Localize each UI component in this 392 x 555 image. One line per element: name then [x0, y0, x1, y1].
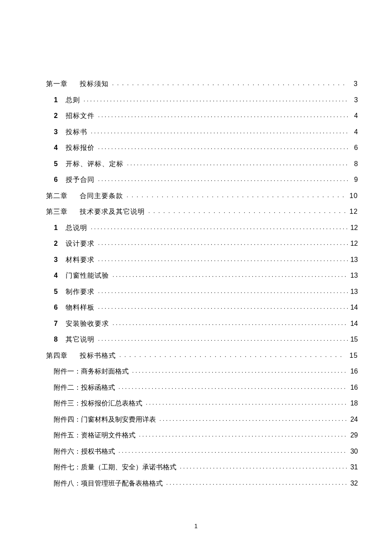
toc-title: 总则 [66, 97, 80, 104]
toc-leader [98, 175, 348, 182]
toc-leader [98, 335, 348, 342]
toc-entry: 第二章合同主要条款10 [46, 191, 358, 199]
toc-page: 13 [349, 272, 358, 279]
toc-title: 合同主要条款 [80, 193, 123, 199]
toc-page: 31 [349, 464, 358, 471]
toc-title: 开标、评标、定标 [66, 161, 124, 167]
toc-leader [146, 399, 348, 405]
toc-number: 1 [46, 97, 66, 104]
toc-leader [98, 239, 348, 246]
toc-page: 10 [349, 193, 358, 199]
toc-number: 2 [46, 112, 66, 119]
toc-leader [119, 351, 345, 358]
toc-entry: 5开标、评标、定标8 [46, 159, 358, 167]
toc-number: 3 [46, 256, 66, 263]
toc-page: 30 [349, 448, 358, 455]
toc-leader [91, 223, 348, 230]
document-page: 第一章投标须知31总则32招标文件43投标书44投标报价65开标、评标、定标86… [0, 0, 392, 555]
toc-entry: 8其它说明15 [46, 335, 358, 343]
toc-entry: 2设计要求12 [46, 239, 358, 247]
toc-page: 18 [349, 400, 358, 407]
toc-number: 3 [46, 129, 66, 135]
toc-title: 投标须知 [80, 81, 109, 87]
toc-page: 8 [349, 161, 358, 167]
toc-chapter-label: 第一章 [46, 81, 68, 87]
toc-leader [98, 287, 348, 294]
toc-page: 32 [349, 480, 358, 487]
table-of-contents: 第一章投标须知31总则32招标文件43投标书44投标报价65开标、评标、定标86… [46, 79, 358, 487]
toc-entry: 6授予合同9 [46, 175, 358, 183]
toc-entry: 2招标文件4 [46, 111, 358, 119]
toc-entry: 附件二：投标函格式16 [46, 383, 358, 391]
toc-entry: 第四章投标书格式15 [46, 351, 358, 359]
toc-page: 24 [349, 416, 358, 423]
toc-title: 附件三：投标报价汇总表格式 [54, 400, 142, 407]
toc-number: 4 [46, 272, 66, 279]
toc-number: 7 [46, 320, 66, 327]
toc-entry: 4投标报价6 [46, 143, 358, 151]
toc-number: 2 [46, 240, 66, 247]
toc-number: 1 [46, 224, 66, 231]
toc-page: 13 [349, 288, 358, 295]
toc-title: 附件六：授权书格式 [54, 448, 115, 455]
toc-entry: 附件一：商务标封面格式16 [46, 367, 358, 375]
toc-entry: 附件四：门窗材料及制安费用详表24 [46, 415, 358, 423]
toc-entry: 3投标书4 [46, 127, 358, 135]
toc-leader [148, 207, 345, 214]
toc-title: 材料要求 [66, 256, 95, 263]
toc-title: 投标书格式 [80, 352, 116, 359]
toc-title: 附件七：质量（工期、安全）承诺书格式 [54, 464, 176, 471]
toc-page: 15 [349, 352, 358, 359]
toc-page: 16 [349, 368, 358, 375]
toc-leader [159, 415, 348, 422]
toc-page: 12 [349, 224, 358, 231]
toc-page: 16 [349, 384, 358, 391]
toc-title: 授予合同 [66, 176, 95, 183]
toc-page: 3 [349, 81, 358, 87]
toc-title: 投标书 [66, 129, 87, 135]
toc-title: 附件五：资格证明文件格式 [54, 432, 135, 439]
toc-leader [166, 479, 348, 486]
toc-leader [112, 79, 345, 86]
toc-title: 物料样板 [66, 304, 95, 311]
toc-title: 附件四：门窗材料及制安费用详表 [54, 416, 156, 423]
toc-number: 6 [46, 176, 66, 183]
toc-page: 13 [349, 256, 358, 263]
toc-entry: 5制作要求13 [46, 287, 358, 295]
toc-leader [91, 127, 348, 134]
toc-title: 总说明 [66, 224, 87, 231]
toc-title: 安装验收要求 [66, 320, 109, 327]
toc-title: 投标报价 [66, 144, 95, 151]
toc-page: 12 [349, 240, 358, 247]
toc-entry: 1总说明12 [46, 223, 358, 231]
toc-entry: 7安装验收要求14 [46, 319, 358, 327]
toc-title: 技术要求及其它说明 [80, 208, 145, 215]
toc-entry: 附件六：授权书格式30 [46, 447, 358, 455]
toc-leader [84, 95, 348, 102]
toc-page: 4 [349, 112, 358, 119]
toc-page: 14 [349, 320, 358, 327]
toc-chapter-label: 第三章 [46, 208, 68, 215]
toc-leader [127, 191, 345, 198]
toc-entry: 6物料样板14 [46, 303, 358, 311]
toc-number: 5 [46, 161, 66, 167]
toc-title: 门窗性能试验 [66, 272, 109, 279]
toc-page: 9 [349, 176, 358, 183]
toc-number: 6 [46, 304, 66, 311]
toc-leader [118, 383, 348, 390]
toc-entry: 附件五：资格证明文件格式29 [46, 431, 358, 439]
toc-title: 其它说明 [66, 336, 95, 343]
toc-chapter-label: 第二章 [46, 193, 68, 199]
toc-entry: 1总则3 [46, 95, 358, 104]
toc-entry: 附件三：投标报价汇总表格式18 [46, 399, 358, 407]
toc-title: 附件二：投标函格式 [54, 384, 115, 391]
toc-title: 招标文件 [66, 112, 95, 119]
toc-leader [98, 255, 348, 262]
toc-leader [139, 431, 348, 437]
toc-title: 设计要求 [66, 240, 95, 247]
toc-title: 制作要求 [66, 288, 95, 295]
toc-number: 4 [46, 144, 66, 151]
toc-title: 附件一：商务标封面格式 [54, 368, 129, 375]
toc-page: 6 [349, 144, 358, 151]
toc-page: 14 [349, 304, 358, 311]
